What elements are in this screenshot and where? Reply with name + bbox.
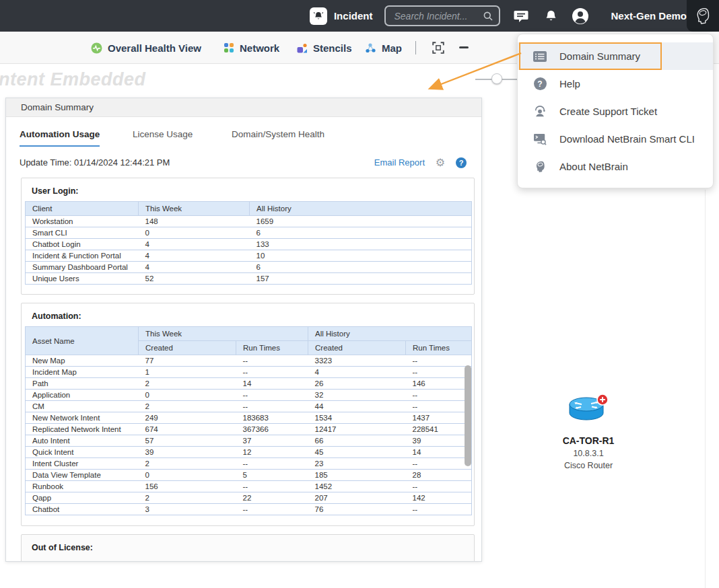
menu-item-domain-summary[interactable]: Domain Summary: [518, 42, 713, 70]
table-cell: 148: [139, 216, 250, 227]
out-of-license-title: Out of License:: [22, 535, 474, 558]
list-icon: [533, 49, 547, 64]
table-cell: 32: [308, 390, 406, 401]
table-row: Chatbot Login4133: [26, 239, 472, 250]
table-cell: 28: [406, 470, 472, 481]
table-scrollbar[interactable]: [465, 365, 471, 466]
zoom-slider-handle[interactable]: [491, 73, 502, 84]
table-cell: 3323: [308, 355, 406, 367]
table-cell: 367366: [236, 424, 308, 435]
user-login-section: User Login: Client This Week All History…: [21, 178, 475, 295]
table-cell: 1452: [308, 481, 406, 492]
table-cell: Replicated Network Intent: [26, 424, 139, 435]
table-cell: --: [406, 458, 472, 470]
notification-bell-icon[interactable]: [542, 7, 559, 25]
fit-to-screen-icon[interactable]: [431, 40, 446, 55]
incident-button[interactable]: Incident: [310, 7, 373, 25]
table-cell: Path: [26, 378, 139, 390]
overall-health-view-label: Overall Health View: [108, 42, 201, 54]
settings-gear-icon[interactable]: ⚙: [436, 156, 445, 169]
tab-domain-system-health[interactable]: Domain/System Health: [232, 129, 324, 145]
table-cell: 2: [139, 401, 236, 412]
table-cell: 2: [139, 378, 236, 390]
table-cell: Summary Dashboard Portal: [26, 262, 139, 273]
table-cell: 2: [139, 492, 236, 504]
table-cell: Quick Intent: [26, 447, 139, 458]
table-cell: 37: [236, 435, 308, 447]
search-input[interactable]: [394, 11, 483, 22]
menu-item-about-netbrain[interactable]: About NetBrain: [518, 153, 713, 180]
table-header-row: Client This Week All History: [26, 202, 472, 216]
table-cell: --: [236, 504, 308, 515]
panel-title: Domain Summary: [21, 102, 94, 112]
incident-search-box[interactable]: [384, 5, 500, 26]
device-name: CA-TOR-R1: [559, 435, 618, 446]
device-type: Cisco Router: [559, 461, 618, 470]
table-row: New Map77--3323--: [26, 355, 472, 367]
menu-item-create-support-ticket[interactable]: Create Support Ticket: [518, 98, 713, 125]
overall-health-view-button[interactable]: Overall Health View: [91, 32, 201, 64]
table-cell: Smart CLI: [26, 227, 139, 239]
table-cell: CM: [26, 401, 139, 412]
table-cell: 0: [139, 390, 236, 401]
table-cell: 2: [139, 458, 236, 470]
map-button[interactable]: Map: [365, 32, 402, 64]
column-header: Created: [308, 341, 406, 355]
table-row: Quick Intent39124514: [26, 447, 472, 458]
menu-item-label: About NetBrain: [559, 161, 628, 172]
netbrain-assistant-button[interactable]: [687, 0, 719, 32]
table-cell: Application: [26, 390, 139, 401]
column-header: Asset Name: [26, 327, 139, 355]
table-cell: Auto Intent: [26, 435, 139, 447]
help-icon[interactable]: ?: [456, 157, 467, 168]
table-cell: --: [236, 401, 308, 412]
map-label: Map: [382, 42, 402, 54]
menu-item-download-smart-cli[interactable]: Download NetBrain Smart CLI: [518, 125, 713, 153]
table-cell: Qapp: [26, 492, 139, 504]
table-cell: 183683: [236, 412, 308, 424]
stencils-icon: [296, 42, 308, 54]
network-button[interactable]: Network: [224, 32, 279, 64]
table-cell: 14: [406, 447, 472, 458]
account-name[interactable]: Next-Gen Demo: [611, 10, 687, 22]
column-group-header: All History: [308, 327, 472, 341]
table-cell: --: [406, 355, 472, 367]
table-cell: --: [236, 481, 308, 492]
table-cell: --: [406, 481, 472, 492]
chat-icon[interactable]: [512, 7, 530, 25]
table-row: Application0--32--: [26, 390, 472, 401]
table-cell: New Map: [26, 355, 139, 367]
table-cell: 39: [139, 447, 236, 458]
table-cell: --: [406, 504, 472, 515]
incident-label: Incident: [334, 10, 373, 22]
table-cell: 4: [139, 239, 250, 250]
search-icon[interactable]: [483, 11, 493, 22]
table-cell: 10: [250, 250, 472, 262]
column-header: This Week: [139, 202, 250, 216]
automation-section: Automation: Asset Name This Week All His…: [21, 303, 475, 526]
brain-icon: [694, 7, 712, 26]
zoom-out-button[interactable]: [459, 46, 469, 48]
email-report-link[interactable]: Email Report: [374, 157, 425, 168]
tab-automation-usage[interactable]: Automation Usage: [20, 129, 100, 147]
table-cell: Runbook: [26, 481, 139, 492]
table-cell: New Network Intent: [26, 412, 139, 424]
table-cell: 3: [139, 504, 236, 515]
table-cell: 6: [250, 227, 472, 239]
table-cell: 57: [139, 435, 236, 447]
table-row: Path21426146: [26, 378, 472, 390]
table-row: Incident & Function Portal410: [26, 250, 472, 262]
menu-item-help[interactable]: ? Help: [518, 70, 713, 98]
table-cell: 156: [139, 481, 236, 492]
user-avatar-icon[interactable]: [572, 7, 589, 25]
table-cell: 1659: [250, 216, 472, 227]
table-row: Intent Cluster2--23--: [26, 458, 472, 470]
tab-license-usage[interactable]: License Usage: [133, 129, 193, 145]
stencils-button[interactable]: Stencils: [296, 32, 352, 64]
domain-summary-panel: Domain Summary Automation Usage License …: [5, 98, 482, 562]
device-node[interactable]: CA-TOR-R1 10.8.3.1 Cisco Router: [559, 394, 618, 470]
column-header: Client: [26, 202, 139, 216]
table-cell: 12: [236, 447, 308, 458]
right-pane-divider: [705, 190, 706, 588]
network-label: Network: [240, 42, 279, 54]
